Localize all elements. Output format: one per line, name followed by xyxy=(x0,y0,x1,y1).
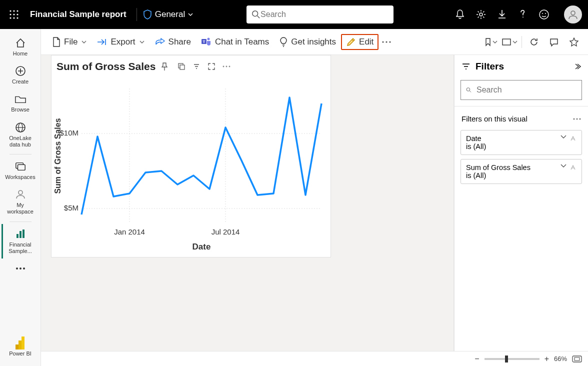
zoom-in-button[interactable]: + xyxy=(544,354,549,364)
global-search-input[interactable] xyxy=(260,10,388,19)
report-canvas[interactable]: Sum of Gross Sales $5M$10MJan 2014Jul 20… xyxy=(41,55,454,351)
top-header: Financial Sample report General xyxy=(0,0,588,29)
nav-powerbi[interactable]: Power BI xyxy=(2,333,38,361)
file-label: File xyxy=(64,37,78,47)
filter-icon[interactable] xyxy=(192,62,202,72)
filter-card-gross-sales[interactable]: Sum of Gross Sales is (All) xyxy=(460,159,582,184)
chevron-down-icon xyxy=(82,40,86,44)
search-icon xyxy=(466,86,472,94)
chevron-down-icon xyxy=(492,40,498,44)
filter-search-input[interactable] xyxy=(476,86,576,94)
svg-point-27 xyxy=(20,268,22,270)
nav-home[interactable]: Home xyxy=(2,33,38,61)
more-icon[interactable] xyxy=(222,62,232,72)
nav-browse[interactable]: Browse xyxy=(2,89,38,117)
teams-icon: T xyxy=(201,37,212,47)
nav-browse-label: Browse xyxy=(11,106,30,113)
settings-icon[interactable] xyxy=(475,8,487,20)
view-icon xyxy=(502,38,512,46)
browse-icon xyxy=(14,93,26,105)
chat-teams-label: Chat in Teams xyxy=(215,37,269,47)
focus-icon[interactable] xyxy=(206,62,216,72)
help-icon[interactable] xyxy=(517,8,529,20)
refresh-button[interactable] xyxy=(526,34,542,50)
chart-visual[interactable]: Sum of Gross Sales $5M$10MJan 2014Jul 20… xyxy=(51,55,331,258)
chevron-down-icon xyxy=(512,40,518,44)
insights-label: Get insights xyxy=(291,37,336,47)
nav-workspaces-label: Workspaces xyxy=(5,174,35,180)
sensitivity-label-button[interactable]: General xyxy=(140,8,196,22)
nav-current-report[interactable]: Financial Sample... xyxy=(2,224,38,258)
pin-icon[interactable] xyxy=(160,62,170,72)
more-commands[interactable] xyxy=(378,34,394,50)
svg-point-1 xyxy=(13,10,14,12)
sensitivity-label-text: General xyxy=(155,10,185,20)
svg-text:Sum of Gross Sales: Sum of Gross Sales xyxy=(54,118,62,194)
svg-line-10 xyxy=(258,16,260,18)
share-button[interactable]: Share xyxy=(150,34,196,50)
zoom-slider[interactable] xyxy=(484,358,540,360)
favorite-button[interactable] xyxy=(566,34,582,50)
svg-point-5 xyxy=(16,14,18,15)
fit-to-page-button[interactable] xyxy=(572,356,582,362)
bookmark-dropdown[interactable] xyxy=(484,34,498,50)
chevron-down-icon[interactable] xyxy=(560,135,566,139)
svg-point-41 xyxy=(223,66,224,68)
svg-point-6 xyxy=(10,17,11,18)
zoom-out-button[interactable]: − xyxy=(474,354,479,364)
account-avatar[interactable] xyxy=(564,6,582,24)
svg-point-43 xyxy=(229,66,230,68)
nav-current-report-label: Financial Sample... xyxy=(4,242,36,254)
separator xyxy=(522,36,522,48)
svg-line-55 xyxy=(470,91,471,92)
nav-divider xyxy=(10,154,32,154)
filter-search[interactable] xyxy=(460,80,582,100)
nav-home-label: Home xyxy=(13,50,28,57)
svg-text:Jan 2014: Jan 2014 xyxy=(114,228,145,236)
nav-my-workspace-label: My workspace xyxy=(4,202,38,215)
comment-button[interactable] xyxy=(546,34,562,50)
collapse-filters-button[interactable] xyxy=(574,63,581,70)
ellipsis-icon[interactable] xyxy=(573,118,581,120)
filter-card-date[interactable]: Date is (All) xyxy=(460,130,582,155)
svg-rect-24 xyxy=(20,231,22,238)
download-icon[interactable] xyxy=(496,8,508,20)
notifications-icon[interactable] xyxy=(454,8,466,20)
clear-icon[interactable] xyxy=(570,164,576,171)
nav-workspaces[interactable]: Workspaces xyxy=(2,156,38,184)
nav-create[interactable]: Create xyxy=(2,61,38,89)
app-launcher-icon[interactable] xyxy=(6,6,22,22)
my-workspace-icon xyxy=(14,188,26,200)
nav-my-workspace[interactable]: My workspace xyxy=(2,184,38,219)
onelake-icon xyxy=(14,122,26,134)
global-search[interactable] xyxy=(246,6,394,24)
svg-point-9 xyxy=(252,11,258,16)
svg-point-2 xyxy=(16,10,18,12)
zoom-handle[interactable] xyxy=(505,356,508,362)
feedback-icon[interactable] xyxy=(538,8,550,20)
header-separator xyxy=(136,8,137,21)
svg-point-12 xyxy=(540,10,548,19)
file-icon xyxy=(52,36,61,48)
svg-text:Date: Date xyxy=(192,242,211,252)
nav-onelake[interactable]: OneLake data hub xyxy=(2,118,38,152)
chat-teams-button[interactable]: T Chat in Teams xyxy=(196,34,274,50)
clear-icon[interactable] xyxy=(570,135,576,142)
export-menu[interactable]: Export xyxy=(92,34,149,50)
svg-point-54 xyxy=(466,88,470,92)
export-icon xyxy=(96,38,108,46)
view-dropdown[interactable] xyxy=(502,34,518,50)
get-insights-button[interactable]: Get insights xyxy=(274,34,341,50)
svg-rect-25 xyxy=(22,230,24,238)
nav-divider-2 xyxy=(10,222,32,222)
nav-more[interactable] xyxy=(2,258,38,278)
chevron-down-icon[interactable] xyxy=(560,164,566,168)
filter-icon xyxy=(462,63,470,70)
copy-icon[interactable] xyxy=(176,62,186,72)
file-menu[interactable]: File xyxy=(47,34,92,50)
svg-point-7 xyxy=(13,17,14,18)
filter-field-name: Date xyxy=(466,134,482,142)
bookmark-icon xyxy=(484,38,492,46)
edit-button[interactable]: Edit xyxy=(341,34,378,50)
command-bar: File Export Share T Chat in Teams Get in… xyxy=(41,29,588,55)
